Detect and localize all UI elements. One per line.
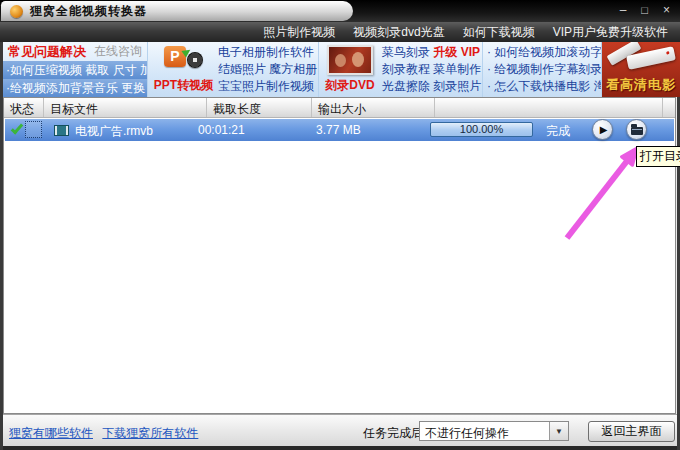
chevron-down-icon[interactable]: ▼ [549, 422, 568, 440]
qvod-download-link[interactable]: · 怎么下载快播电影 淘宝店 [487, 78, 601, 95]
scroll-subtitle-text: · 如何给视频加滚动字幕 [487, 45, 614, 59]
upgrade-vip-link[interactable]: 升级 VIP [433, 45, 480, 59]
minimize-button[interactable]: – [620, 3, 627, 17]
footer-bar: 狸窝有哪些软件 下载狸窝所有软件 任务完成后: 不进行任何操作 ▼ 返回主界面 [3, 414, 677, 446]
close-button[interactable]: × [663, 3, 670, 17]
done-check-icon [11, 122, 23, 135]
return-main-button[interactable]: 返回主界面 [588, 421, 675, 442]
column-header-status[interactable]: 状态 [4, 98, 44, 117]
cell-output-size: 3.77 MB [316, 123, 361, 137]
menu-item-vip-upgrade[interactable]: VIP用户免费升级软件 [553, 24, 668, 41]
album-software-link[interactable]: 电子相册制作软件 [218, 44, 318, 61]
app-window: 狸窝全能视频转换器 – □ × 照片制作视频 视频刻录dvd光盘 如何下载视频 … [0, 0, 680, 450]
app-logo-icon [10, 5, 23, 18]
open-folder-button[interactable] [626, 119, 647, 140]
wedding-photo-link[interactable]: 结婚照片 魔方相册 [218, 61, 318, 78]
faq-link-bgm[interactable]: ·给视频添加背景音乐 更换 消音 [3, 79, 147, 97]
maximize-button[interactable]: □ [641, 3, 648, 17]
baby-photo-link[interactable]: 宝宝照片制作视频 [218, 78, 318, 95]
faq-link-compress[interactable]: ·如何压缩视频 截取 尺寸 加速 [3, 61, 147, 79]
subtitle-links-column: · 如何给视频加滚动字幕↓ · 给视频制作字幕刻录光盘 · 怎么下载快播电影 淘… [482, 42, 601, 97]
folder-icon [631, 127, 643, 135]
play-button[interactable]: ▶ [592, 119, 613, 140]
table-header: 状态 目标文件 截取长度 输出大小 [4, 98, 675, 118]
column-header-output-size[interactable]: 输出大小 [312, 98, 435, 117]
faq-title: 常见问题解决 [8, 43, 86, 61]
column-header-target-file[interactable]: 目标文件 [44, 98, 207, 117]
row-focus-box [25, 121, 42, 138]
burn-tutorial-link[interactable]: 刻录教程 菜单制作 [382, 61, 482, 78]
cell-filename: 电视广告.rmvb [75, 123, 153, 140]
column-header-empty [435, 98, 663, 117]
video-file-icon [54, 125, 69, 136]
ppt-to-video-link[interactable]: PPT转视频 [150, 77, 217, 94]
banner-text: 看高清电影 [602, 76, 680, 94]
footer-links: 狸窝有哪些软件 下载狸窝所有软件 [9, 425, 204, 442]
dvd-column[interactable]: 刻录DVD [318, 42, 381, 97]
cell-duration: 00:01:21 [198, 123, 245, 137]
faq-column: 常见问题解决 在线咨询 ·如何压缩视频 截取 尺寸 加速 ·给视频添加背景音乐 … [3, 42, 148, 97]
burn-links-column: 菜鸟刻录 升级 VIP 刻录教程 菜单制作 光盘擦除 刻录照片 [382, 42, 482, 97]
dropdown-selected-value: 不进行任何操作 [420, 422, 549, 440]
dvd-movie-thumbnail [327, 45, 373, 75]
column-header-end [663, 98, 675, 117]
menu-item-download-video[interactable]: 如何下载视频 [463, 24, 535, 41]
burn-dvd-link[interactable]: 刻录DVD [319, 77, 381, 94]
cell-status: 完成 [546, 123, 570, 140]
album-column: 电子相册制作软件 结婚照片 魔方相册 宝宝照片制作视频 [218, 42, 318, 97]
download-all-link[interactable]: 下载狸窝所有软件 [102, 426, 198, 440]
newbie-burn-link[interactable]: 菜鸟刻录 升级 VIP [382, 44, 482, 61]
play-icon: ▶ [600, 124, 608, 135]
which-software-link[interactable]: 狸窝有哪些软件 [9, 426, 93, 440]
progress-bar: 100.00% [430, 122, 533, 137]
ppt-to-video-icon: P [150, 46, 217, 76]
after-task-label: 任务完成后: [363, 425, 426, 442]
newbie-burn-text: 菜鸟刻录 [382, 45, 433, 59]
open-directory-tooltip: 打开目录 [636, 146, 680, 167]
promo-panel: 常见问题解决 在线咨询 ·如何压缩视频 截取 尺寸 加速 ·给视频添加背景音乐 … [3, 42, 677, 97]
menu-item-photo-video[interactable]: 照片制作视频 [263, 24, 335, 41]
column-header-clip-length[interactable]: 截取长度 [207, 98, 312, 117]
menu-bar: 照片制作视频 视频刻录dvd光盘 如何下载视频 VIP用户免费升级软件 [0, 22, 680, 42]
online-consult-link[interactable]: 在线咨询 [94, 43, 142, 60]
task-table: 状态 目标文件 截取长度 输出大小 电视广告.rmvb 00:01:21 3.7… [3, 97, 676, 414]
window-controls: – □ × [620, 3, 670, 17]
title-bar: 狸窝全能视频转换器 – □ × [0, 0, 680, 22]
subtitle-burn-link[interactable]: · 给视频制作字幕刻录光盘 [487, 61, 601, 78]
hd-movie-banner[interactable]: 看高清电影 [601, 42, 680, 97]
disc-erase-link[interactable]: 光盘擦除 刻录照片 [382, 78, 482, 95]
window-title: 狸窝全能视频转换器 [30, 3, 147, 20]
scroll-subtitle-link[interactable]: · 如何给视频加滚动字幕↓ [487, 44, 601, 61]
after-task-dropdown[interactable]: 不进行任何操作 ▼ [419, 421, 569, 441]
menu-item-burn-dvd[interactable]: 视频刻录dvd光盘 [353, 24, 444, 41]
table-row[interactable]: 电视广告.rmvb 00:01:21 3.77 MB 100.00% 完成 ▶ [5, 119, 674, 141]
title-tab: 狸窝全能视频转换器 [1, 1, 353, 21]
ppt-column[interactable]: P PPT转视频 [150, 42, 217, 97]
